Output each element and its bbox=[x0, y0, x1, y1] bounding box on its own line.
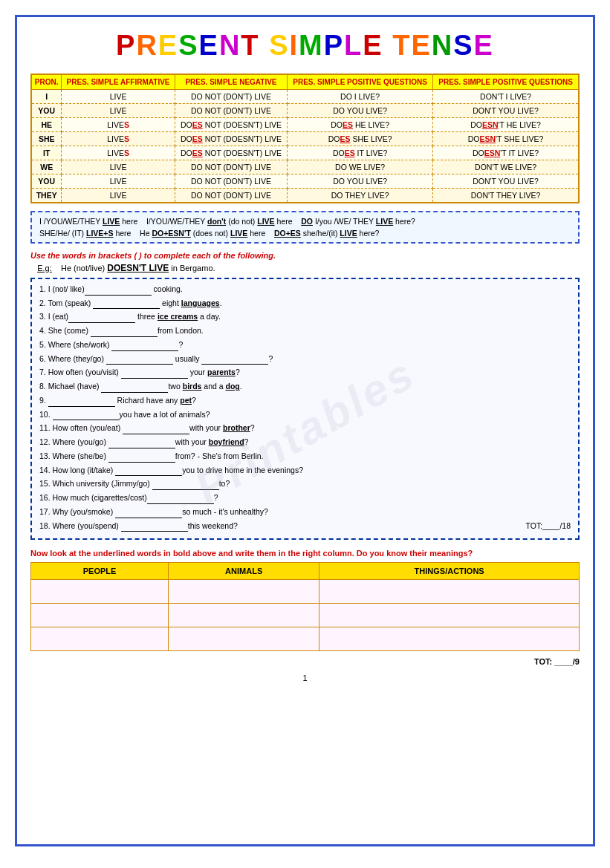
vocab-things-3[interactable] bbox=[319, 627, 580, 651]
grammar-cell-4-1: LIVES bbox=[62, 146, 175, 160]
vocab-people-2[interactable] bbox=[31, 604, 169, 627]
blank-13[interactable] bbox=[108, 452, 175, 463]
vocab-col-people: PEOPLE bbox=[31, 563, 169, 580]
info-1b: LIVE bbox=[103, 217, 120, 226]
word-ice-creams: ice creams bbox=[158, 312, 198, 321]
blank-14[interactable] bbox=[115, 466, 182, 476]
blank-18[interactable] bbox=[121, 521, 188, 532]
grammar-cell-7-3: DO THEY LIVE? bbox=[288, 188, 433, 203]
grammar-cell-6-3: DO YOU LIVE? bbox=[288, 174, 433, 188]
blank-12[interactable] bbox=[108, 438, 175, 448]
exercise-instructions: Use the words in brackets ( ) to complet… bbox=[30, 251, 580, 260]
grammar-cell-5-3: DO WE LIVE? bbox=[288, 160, 433, 174]
vocab-animals-3[interactable] bbox=[169, 627, 319, 651]
vocab-table: PEOPLE ANIMALS THINGS/ACTIONS bbox=[30, 562, 580, 651]
exercise-16: 16. How much (cigarettes/cost)? bbox=[39, 492, 571, 504]
grammar-cell-7-4: DON'T THEY LIVE? bbox=[433, 188, 579, 203]
word-birds: birds bbox=[183, 382, 202, 391]
word-boyfriend: boyfriend bbox=[209, 437, 244, 446]
info-row2: SHE/He/ (IT) LIVE+S here He DO+ESN'T (do… bbox=[39, 229, 571, 238]
blank-5[interactable] bbox=[111, 341, 178, 351]
blank-2[interactable] bbox=[93, 298, 160, 309]
blank-6b[interactable] bbox=[201, 354, 268, 365]
vocab-row-1 bbox=[31, 580, 580, 604]
blank-15[interactable] bbox=[152, 480, 219, 490]
vocab-col-animals: ANIMALS bbox=[169, 563, 319, 580]
info-1k: LIVE bbox=[376, 217, 393, 226]
grammar-cell-7-0: THEY bbox=[31, 188, 62, 203]
page-number: 1 bbox=[30, 673, 580, 682]
word-parents: parents bbox=[207, 368, 236, 376]
info-2h: DO+ES bbox=[274, 229, 301, 238]
blank-6a[interactable] bbox=[106, 354, 173, 365]
example-answer: DOESN'T LIVE bbox=[107, 263, 169, 273]
grammar-cell-4-3: DOES IT LIVE? bbox=[288, 146, 433, 160]
grammar-cell-1-3: DO YOU LIVE? bbox=[288, 103, 433, 117]
blank-16[interactable] bbox=[147, 494, 214, 504]
grammar-cell-6-2: DO NOT (DON'T) LIVE bbox=[175, 174, 287, 188]
grammar-cell-2-1: LIVES bbox=[62, 117, 175, 131]
blank-11[interactable] bbox=[123, 424, 189, 434]
info-1e: (do not) bbox=[226, 217, 257, 226]
blank-8[interactable] bbox=[101, 382, 168, 393]
grammar-table: PRON. PRES. SIMPLE AFFIRMATIVE PRES. SIM… bbox=[30, 74, 580, 203]
vocab-row-2 bbox=[31, 604, 580, 627]
exercise-3: 3. I (eat) three ice creams a day. bbox=[39, 311, 571, 323]
grammar-cell-7-1: LIVE bbox=[62, 188, 175, 203]
col-header-affirmative: PRES. SIMPLE AFFIRMATIVE bbox=[62, 74, 175, 90]
info-1c: here I/YOU/WE/THEY bbox=[120, 217, 207, 226]
blank-4[interactable] bbox=[91, 327, 158, 337]
grammar-cell-6-0: YOU bbox=[31, 174, 62, 188]
info-1i: I/you /WE/ bbox=[313, 217, 351, 226]
info-row1: I /YOU/WE/THEY LIVE here I/YOU/WE/THEY d… bbox=[39, 217, 571, 226]
info-2i: she/he/(it) bbox=[301, 229, 340, 238]
exercise-7: 7. How often (you/visit) your parents? bbox=[39, 367, 571, 379]
vocab-things-2[interactable] bbox=[319, 604, 580, 627]
info-1l: here? bbox=[393, 217, 415, 226]
vocab-things-1[interactable] bbox=[319, 580, 580, 604]
vocab-instructions: Now look at the underlined words in bold… bbox=[30, 549, 580, 558]
blank-7[interactable] bbox=[121, 368, 188, 379]
col-header-pron: PRON. bbox=[31, 74, 62, 90]
blank-3[interactable] bbox=[68, 313, 135, 323]
word-brother: brother bbox=[223, 423, 250, 432]
blank-9[interactable] bbox=[48, 397, 115, 407]
page: Printables PRESENT SIMPLE TENSE PRON. PR… bbox=[15, 15, 595, 846]
grammar-cell-0-2: DO NOT (DON'T) LIVE bbox=[175, 89, 287, 103]
info-1h: DO bbox=[301, 217, 313, 226]
grammar-cell-3-1: LIVES bbox=[62, 131, 175, 146]
grammar-cell-3-4: DOESN'T SHE LIVE? bbox=[433, 131, 579, 146]
grammar-cell-2-3: DOES HE LIVE? bbox=[288, 117, 433, 131]
info-box: I /YOU/WE/THEY LIVE here I/YOU/WE/THEY d… bbox=[30, 211, 580, 244]
info-2e: (does not) bbox=[191, 229, 230, 238]
exercise-box: 1. I (not/ like) cooking. 2. Tom (speak)… bbox=[30, 278, 580, 541]
grammar-cell-0-1: LIVE bbox=[62, 89, 175, 103]
grammar-cell-6-1: LIVE bbox=[62, 174, 175, 188]
exercise-18: 18. Where (you/spend) this weekend? TOT:… bbox=[39, 521, 571, 532]
example: E.g: He (not/live) DOESN'T LIVE in Berga… bbox=[30, 263, 580, 273]
vocab-people-1[interactable] bbox=[31, 580, 169, 604]
exercise-12: 12. Where (you/go) with your boyfriend? bbox=[39, 437, 571, 448]
exercise-14: 14. How long (it/take) you to drive home… bbox=[39, 465, 571, 477]
exercise-2: 2. Tom (speak) eight languages. bbox=[39, 298, 571, 310]
grammar-cell-0-3: DO I LIVE? bbox=[288, 89, 433, 103]
vocab-animals-1[interactable] bbox=[169, 580, 319, 604]
vocab-animals-2[interactable] bbox=[169, 604, 319, 627]
exercise-5: 5. Where (she/work) ? bbox=[39, 339, 571, 351]
info-2f: LIVE bbox=[230, 229, 247, 238]
info-2a: SHE/He/ (IT) bbox=[39, 229, 86, 238]
grammar-cell-7-2: DO NOT (DON'T) LIVE bbox=[175, 188, 287, 203]
grammar-cell-2-0: HE bbox=[31, 117, 62, 131]
blank-10[interactable] bbox=[53, 410, 120, 420]
grammar-cell-5-0: WE bbox=[31, 160, 62, 174]
grammar-cell-0-4: DON'T I LIVE? bbox=[433, 89, 579, 103]
grammar-cell-1-2: DO NOT (DON'T) LIVE bbox=[175, 103, 287, 117]
exercise-6: 6. Where (they/go) usually ? bbox=[39, 353, 571, 365]
blank-1[interactable] bbox=[85, 285, 152, 296]
vocab-people-3[interactable] bbox=[31, 627, 169, 651]
blank-17[interactable] bbox=[115, 508, 182, 518]
grammar-cell-4-4: DOESN'T IT LIVE? bbox=[433, 146, 579, 160]
vocab-col-things: THINGS/ACTIONS bbox=[319, 563, 580, 580]
grammar-cell-2-4: DOESN'T HE LIVE? bbox=[433, 117, 579, 131]
tot-vocab: TOT: ____/9 bbox=[30, 657, 580, 666]
